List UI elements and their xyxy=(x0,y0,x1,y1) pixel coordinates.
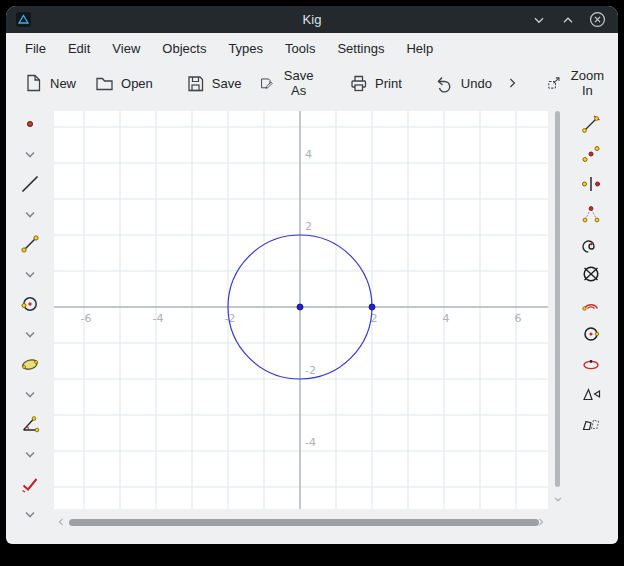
vertical-scrollbar[interactable] xyxy=(552,111,564,509)
undo-label: Undo xyxy=(461,76,492,91)
scroll-left-button[interactable] xyxy=(54,515,68,529)
chevron-right-icon xyxy=(504,75,520,91)
print-label: Print xyxy=(375,76,402,91)
chevron-left-icon xyxy=(54,515,68,529)
titlebar[interactable]: Kig xyxy=(6,6,618,33)
print-icon xyxy=(348,73,368,93)
points-icon xyxy=(580,143,602,165)
central-symmetry-icon xyxy=(580,173,602,195)
zoom-in-label: Zoom In xyxy=(569,68,607,98)
points-tool-button[interactable] xyxy=(576,139,606,169)
svg-text:-6: -6 xyxy=(81,312,92,325)
test-tool-expander[interactable] xyxy=(15,499,45,529)
angle-icon xyxy=(19,413,41,435)
circle-center-tool-button[interactable] xyxy=(576,319,606,349)
translate-tool-button[interactable] xyxy=(576,109,606,139)
svg-text:-2: -2 xyxy=(305,364,316,377)
new-label: New xyxy=(50,76,76,91)
spiral-tool-button[interactable] xyxy=(576,229,606,259)
kig-window: Kig File Edit View Objec xyxy=(6,6,618,544)
menu-file[interactable]: File xyxy=(14,36,57,61)
right-tool-dock xyxy=(568,109,614,439)
new-document-icon xyxy=(23,73,43,93)
segment-tool-button[interactable] xyxy=(15,229,45,259)
translate-icon xyxy=(580,113,602,135)
close-button[interactable] xyxy=(587,10,607,30)
test-check-icon xyxy=(19,473,41,495)
angle-tool-button[interactable] xyxy=(15,409,45,439)
segment-tool-expander[interactable] xyxy=(15,259,45,289)
ellipse-tool-button[interactable] xyxy=(576,349,606,379)
save-label: Save xyxy=(212,76,242,91)
arc-tool-button[interactable] xyxy=(576,289,606,319)
toolbar-overflow-button[interactable] xyxy=(615,71,618,95)
undo-icon xyxy=(434,73,454,93)
inversion-icon xyxy=(580,263,602,285)
angle-tool-expander[interactable] xyxy=(15,439,45,469)
scale-triangle-icon xyxy=(580,383,602,405)
menu-objects[interactable]: Objects xyxy=(151,36,217,61)
svg-text:4: 4 xyxy=(305,148,312,161)
menu-settings[interactable]: Settings xyxy=(326,36,395,61)
circle-tool-button[interactable] xyxy=(15,289,45,319)
menu-view[interactable]: View xyxy=(101,36,151,61)
scroll-down-button[interactable] xyxy=(550,491,566,507)
print-button[interactable]: Print xyxy=(339,68,411,98)
menu-edit[interactable]: Edit xyxy=(57,36,101,61)
new-button[interactable]: New xyxy=(14,68,85,98)
conic-tool-button[interactable] xyxy=(15,349,45,379)
circle-icon xyxy=(19,293,41,315)
main-area: -6-4-224642-2-4 xyxy=(6,103,618,544)
svg-text:-4: -4 xyxy=(153,312,164,325)
rotate-icon xyxy=(580,203,602,225)
scale-tool-button[interactable] xyxy=(576,379,606,409)
line-tool-expander[interactable] xyxy=(15,199,45,229)
save-as-label: Save As xyxy=(281,68,316,98)
chevron-down-icon xyxy=(530,11,548,29)
save-as-button[interactable]: Save As xyxy=(250,63,325,103)
central-symmetry-tool-button[interactable] xyxy=(576,169,606,199)
point-tool-button[interactable] xyxy=(15,109,45,139)
undo-overflow-button[interactable] xyxy=(501,71,523,95)
point-object[interactable] xyxy=(297,304,303,310)
scroll-right-button[interactable] xyxy=(534,515,548,529)
spiral-icon xyxy=(580,233,602,255)
chevron-down-icon xyxy=(550,491,566,507)
save-icon xyxy=(185,73,205,93)
test-tool-button[interactable] xyxy=(15,469,45,499)
point-icon xyxy=(19,113,41,135)
maximize-button[interactable] xyxy=(558,10,578,30)
open-button[interactable]: Open xyxy=(85,68,162,98)
open-folder-icon xyxy=(94,73,114,93)
chevron-down-icon xyxy=(19,143,41,165)
circle-center-icon xyxy=(580,323,602,345)
canvas-area: -6-4-224642-2-4 xyxy=(54,111,548,509)
vertical-scrollbar-thumb[interactable] xyxy=(555,111,560,487)
inversion-tool-button[interactable] xyxy=(576,259,606,289)
segment-icon xyxy=(19,233,41,255)
rotate-tool-button[interactable] xyxy=(576,199,606,229)
menu-help[interactable]: Help xyxy=(395,36,444,61)
geometry-canvas[interactable]: -6-4-224642-2-4 xyxy=(54,111,548,509)
menu-tools[interactable]: Tools xyxy=(274,36,326,61)
similarity-icon xyxy=(580,413,602,435)
save-as-icon xyxy=(259,73,274,93)
menu-types[interactable]: Types xyxy=(217,36,274,61)
main-toolbar: New Open Save Save As xyxy=(6,63,618,103)
svg-text:-4: -4 xyxy=(305,436,316,449)
save-button[interactable]: Save xyxy=(176,68,251,98)
horizontal-scrollbar-thumb[interactable] xyxy=(69,519,539,526)
undo-button[interactable]: Undo xyxy=(425,68,501,98)
chevron-down-icon xyxy=(19,443,41,465)
minimize-button[interactable] xyxy=(529,10,549,30)
svg-text:4: 4 xyxy=(443,312,450,325)
similarity-tool-button[interactable] xyxy=(576,409,606,439)
circle-tool-expander[interactable] xyxy=(15,319,45,349)
point-tool-expander[interactable] xyxy=(15,139,45,169)
line-tool-button[interactable] xyxy=(15,169,45,199)
chevron-up-icon xyxy=(559,11,577,29)
horizontal-scrollbar[interactable] xyxy=(54,515,548,529)
zoom-in-button[interactable]: Zoom In xyxy=(537,63,615,103)
conic-tool-expander[interactable] xyxy=(15,379,45,409)
point-object[interactable] xyxy=(369,304,375,310)
